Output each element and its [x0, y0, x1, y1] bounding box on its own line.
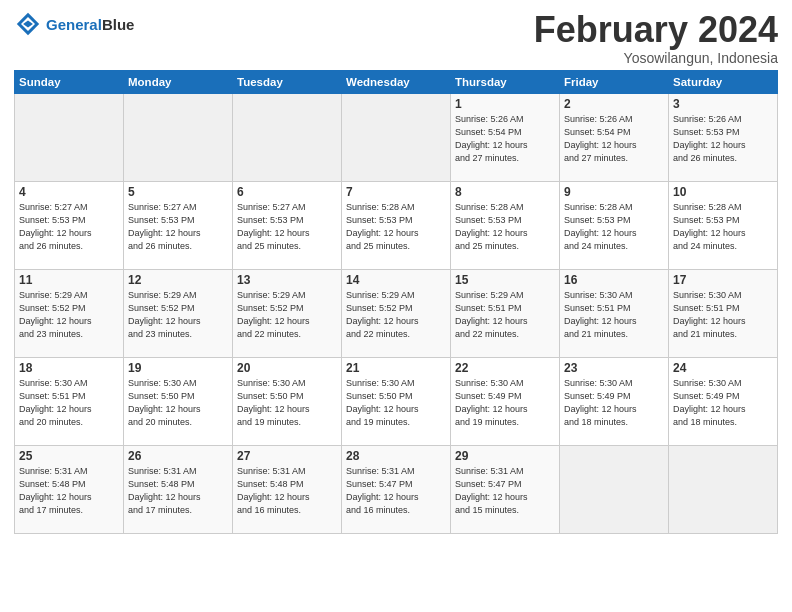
day-number: 20 [237, 361, 337, 375]
day-cell: 23Sunrise: 5:30 AM Sunset: 5:49 PM Dayli… [560, 357, 669, 445]
col-header-friday: Friday [560, 70, 669, 93]
day-info: Sunrise: 5:29 AM Sunset: 5:52 PM Dayligh… [128, 289, 228, 341]
col-header-tuesday: Tuesday [233, 70, 342, 93]
day-cell: 20Sunrise: 5:30 AM Sunset: 5:50 PM Dayli… [233, 357, 342, 445]
day-info: Sunrise: 5:26 AM Sunset: 5:54 PM Dayligh… [455, 113, 555, 165]
day-number: 26 [128, 449, 228, 463]
calendar-table: SundayMondayTuesdayWednesdayThursdayFrid… [14, 70, 778, 534]
day-info: Sunrise: 5:31 AM Sunset: 5:47 PM Dayligh… [455, 465, 555, 517]
day-cell: 27Sunrise: 5:31 AM Sunset: 5:48 PM Dayli… [233, 445, 342, 533]
day-cell: 4Sunrise: 5:27 AM Sunset: 5:53 PM Daylig… [15, 181, 124, 269]
day-number: 18 [19, 361, 119, 375]
day-number: 19 [128, 361, 228, 375]
logo-line1: GeneralBlue [46, 16, 134, 33]
day-number: 12 [128, 273, 228, 287]
day-number: 17 [673, 273, 773, 287]
day-info: Sunrise: 5:30 AM Sunset: 5:51 PM Dayligh… [19, 377, 119, 429]
day-info: Sunrise: 5:28 AM Sunset: 5:53 PM Dayligh… [346, 201, 446, 253]
subtitle: Yosowilangun, Indonesia [534, 50, 778, 66]
day-number: 28 [346, 449, 446, 463]
day-number: 21 [346, 361, 446, 375]
day-info: Sunrise: 5:29 AM Sunset: 5:51 PM Dayligh… [455, 289, 555, 341]
day-info: Sunrise: 5:30 AM Sunset: 5:50 PM Dayligh… [346, 377, 446, 429]
day-cell [233, 93, 342, 181]
day-number: 23 [564, 361, 664, 375]
day-info: Sunrise: 5:29 AM Sunset: 5:52 PM Dayligh… [19, 289, 119, 341]
day-info: Sunrise: 5:27 AM Sunset: 5:53 PM Dayligh… [237, 201, 337, 253]
day-cell: 18Sunrise: 5:30 AM Sunset: 5:51 PM Dayli… [15, 357, 124, 445]
day-info: Sunrise: 5:30 AM Sunset: 5:49 PM Dayligh… [564, 377, 664, 429]
col-header-saturday: Saturday [669, 70, 778, 93]
day-cell: 19Sunrise: 5:30 AM Sunset: 5:50 PM Dayli… [124, 357, 233, 445]
day-info: Sunrise: 5:30 AM Sunset: 5:51 PM Dayligh… [673, 289, 773, 341]
day-number: 5 [128, 185, 228, 199]
day-info: Sunrise: 5:30 AM Sunset: 5:49 PM Dayligh… [673, 377, 773, 429]
week-row-5: 25Sunrise: 5:31 AM Sunset: 5:48 PM Dayli… [15, 445, 778, 533]
day-info: Sunrise: 5:31 AM Sunset: 5:48 PM Dayligh… [237, 465, 337, 517]
day-cell [124, 93, 233, 181]
day-cell: 10Sunrise: 5:28 AM Sunset: 5:53 PM Dayli… [669, 181, 778, 269]
day-info: Sunrise: 5:30 AM Sunset: 5:50 PM Dayligh… [237, 377, 337, 429]
day-cell: 15Sunrise: 5:29 AM Sunset: 5:51 PM Dayli… [451, 269, 560, 357]
header-row-days: SundayMondayTuesdayWednesdayThursdayFrid… [15, 70, 778, 93]
day-cell: 1Sunrise: 5:26 AM Sunset: 5:54 PM Daylig… [451, 93, 560, 181]
day-cell: 17Sunrise: 5:30 AM Sunset: 5:51 PM Dayli… [669, 269, 778, 357]
page-container: GeneralBlue February 2024 Yosowilangun, … [0, 0, 792, 540]
day-cell [560, 445, 669, 533]
week-row-3: 11Sunrise: 5:29 AM Sunset: 5:52 PM Dayli… [15, 269, 778, 357]
day-number: 6 [237, 185, 337, 199]
day-cell [15, 93, 124, 181]
day-cell: 13Sunrise: 5:29 AM Sunset: 5:52 PM Dayli… [233, 269, 342, 357]
day-cell: 6Sunrise: 5:27 AM Sunset: 5:53 PM Daylig… [233, 181, 342, 269]
day-info: Sunrise: 5:27 AM Sunset: 5:53 PM Dayligh… [19, 201, 119, 253]
day-info: Sunrise: 5:26 AM Sunset: 5:54 PM Dayligh… [564, 113, 664, 165]
day-number: 16 [564, 273, 664, 287]
day-cell [342, 93, 451, 181]
day-cell: 21Sunrise: 5:30 AM Sunset: 5:50 PM Dayli… [342, 357, 451, 445]
day-cell: 22Sunrise: 5:30 AM Sunset: 5:49 PM Dayli… [451, 357, 560, 445]
day-info: Sunrise: 5:31 AM Sunset: 5:47 PM Dayligh… [346, 465, 446, 517]
logo-icon [14, 10, 42, 38]
week-row-2: 4Sunrise: 5:27 AM Sunset: 5:53 PM Daylig… [15, 181, 778, 269]
day-number: 11 [19, 273, 119, 287]
day-number: 9 [564, 185, 664, 199]
day-info: Sunrise: 5:30 AM Sunset: 5:49 PM Dayligh… [455, 377, 555, 429]
day-cell: 24Sunrise: 5:30 AM Sunset: 5:49 PM Dayli… [669, 357, 778, 445]
day-number: 14 [346, 273, 446, 287]
week-row-4: 18Sunrise: 5:30 AM Sunset: 5:51 PM Dayli… [15, 357, 778, 445]
day-number: 8 [455, 185, 555, 199]
day-cell: 11Sunrise: 5:29 AM Sunset: 5:52 PM Dayli… [15, 269, 124, 357]
day-info: Sunrise: 5:29 AM Sunset: 5:52 PM Dayligh… [237, 289, 337, 341]
logo: GeneralBlue [14, 10, 134, 38]
col-header-thursday: Thursday [451, 70, 560, 93]
day-number: 24 [673, 361, 773, 375]
day-info: Sunrise: 5:31 AM Sunset: 5:48 PM Dayligh… [128, 465, 228, 517]
day-cell: 7Sunrise: 5:28 AM Sunset: 5:53 PM Daylig… [342, 181, 451, 269]
day-cell: 3Sunrise: 5:26 AM Sunset: 5:53 PM Daylig… [669, 93, 778, 181]
day-cell: 29Sunrise: 5:31 AM Sunset: 5:47 PM Dayli… [451, 445, 560, 533]
week-row-1: 1Sunrise: 5:26 AM Sunset: 5:54 PM Daylig… [15, 93, 778, 181]
col-header-monday: Monday [124, 70, 233, 93]
day-info: Sunrise: 5:29 AM Sunset: 5:52 PM Dayligh… [346, 289, 446, 341]
day-number: 13 [237, 273, 337, 287]
day-info: Sunrise: 5:30 AM Sunset: 5:50 PM Dayligh… [128, 377, 228, 429]
day-cell: 28Sunrise: 5:31 AM Sunset: 5:47 PM Dayli… [342, 445, 451, 533]
day-number: 4 [19, 185, 119, 199]
day-info: Sunrise: 5:28 AM Sunset: 5:53 PM Dayligh… [564, 201, 664, 253]
month-title: February 2024 [534, 10, 778, 50]
day-info: Sunrise: 5:28 AM Sunset: 5:53 PM Dayligh… [673, 201, 773, 253]
title-block: February 2024 Yosowilangun, Indonesia [534, 10, 778, 66]
day-number: 15 [455, 273, 555, 287]
col-header-wednesday: Wednesday [342, 70, 451, 93]
day-info: Sunrise: 5:28 AM Sunset: 5:53 PM Dayligh… [455, 201, 555, 253]
day-cell: 2Sunrise: 5:26 AM Sunset: 5:54 PM Daylig… [560, 93, 669, 181]
day-cell: 26Sunrise: 5:31 AM Sunset: 5:48 PM Dayli… [124, 445, 233, 533]
day-cell: 25Sunrise: 5:31 AM Sunset: 5:48 PM Dayli… [15, 445, 124, 533]
day-cell: 16Sunrise: 5:30 AM Sunset: 5:51 PM Dayli… [560, 269, 669, 357]
day-info: Sunrise: 5:27 AM Sunset: 5:53 PM Dayligh… [128, 201, 228, 253]
day-cell: 12Sunrise: 5:29 AM Sunset: 5:52 PM Dayli… [124, 269, 233, 357]
day-number: 29 [455, 449, 555, 463]
header-row: GeneralBlue February 2024 Yosowilangun, … [14, 10, 778, 66]
day-cell: 14Sunrise: 5:29 AM Sunset: 5:52 PM Dayli… [342, 269, 451, 357]
day-cell [669, 445, 778, 533]
